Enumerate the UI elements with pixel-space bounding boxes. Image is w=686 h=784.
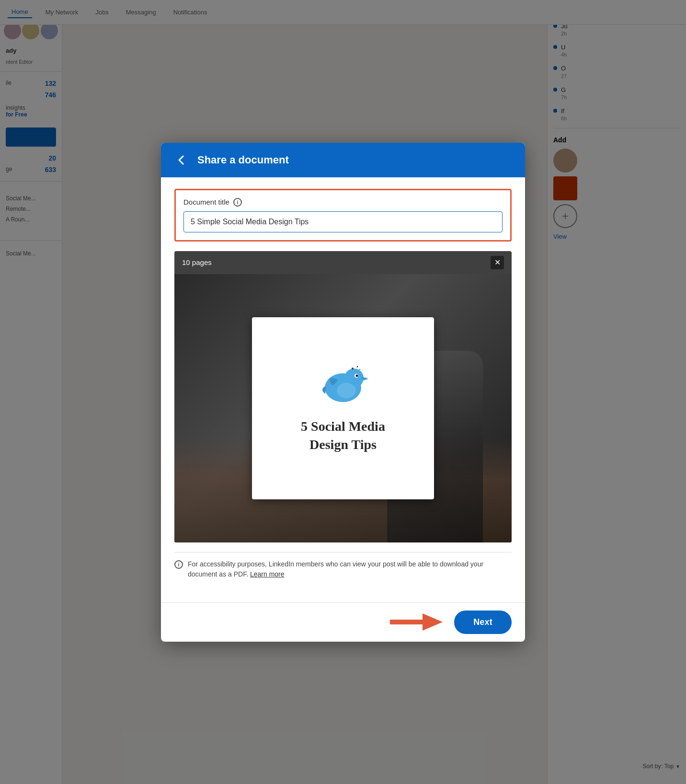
document-title-section: Document title i bbox=[174, 189, 512, 242]
svg-marker-9 bbox=[423, 613, 443, 631]
document-title-input[interactable] bbox=[183, 211, 503, 232]
back-arrow-icon bbox=[174, 153, 188, 167]
preview-card-text: 5 Social Media Design Tips bbox=[301, 417, 385, 454]
svg-point-4 bbox=[337, 383, 356, 398]
arrow-indicator bbox=[390, 613, 443, 631]
preview-header: 10 pages ✕ bbox=[174, 251, 512, 274]
info-icon: i bbox=[233, 198, 242, 207]
pages-label: 10 pages bbox=[182, 258, 212, 266]
close-preview-button[interactable]: ✕ bbox=[491, 256, 504, 269]
learn-more-link[interactable]: Learn more bbox=[250, 570, 285, 578]
accessibility-info-icon: i bbox=[174, 560, 183, 569]
document-title-label: Document title i bbox=[183, 198, 503, 207]
svg-point-3 bbox=[356, 374, 358, 377]
twitter-bird-icon bbox=[317, 363, 369, 408]
preview-image: 5 Social Media Design Tips bbox=[174, 274, 512, 542]
modal-title: Share a document bbox=[197, 154, 289, 166]
label-text: Document title bbox=[183, 198, 229, 206]
red-arrow-icon bbox=[390, 613, 443, 631]
svg-point-5 bbox=[352, 368, 354, 369]
modal-footer: Next bbox=[161, 602, 525, 642]
back-button[interactable] bbox=[172, 151, 190, 169]
svg-rect-8 bbox=[390, 620, 423, 624]
share-document-modal: Share a document Document title i 10 pag… bbox=[161, 143, 525, 642]
preview-card: 5 Social Media Design Tips bbox=[252, 317, 434, 499]
modal-backdrop: Share a document Document title i 10 pag… bbox=[0, 0, 686, 784]
modal-header: Share a document bbox=[161, 143, 525, 177]
twitter-bird-svg bbox=[317, 363, 369, 406]
accessibility-text: For accessibility purposes, LinkedIn mem… bbox=[188, 559, 512, 579]
next-button[interactable]: Next bbox=[454, 611, 512, 634]
document-preview: 10 pages ✕ bbox=[174, 251, 512, 542]
svg-point-7 bbox=[359, 369, 360, 370]
close-icon: ✕ bbox=[494, 258, 501, 267]
svg-point-6 bbox=[357, 366, 358, 367]
modal-body: Document title i 10 pages ✕ bbox=[161, 177, 525, 602]
accessibility-note: i For accessibility purposes, LinkedIn m… bbox=[174, 552, 512, 586]
